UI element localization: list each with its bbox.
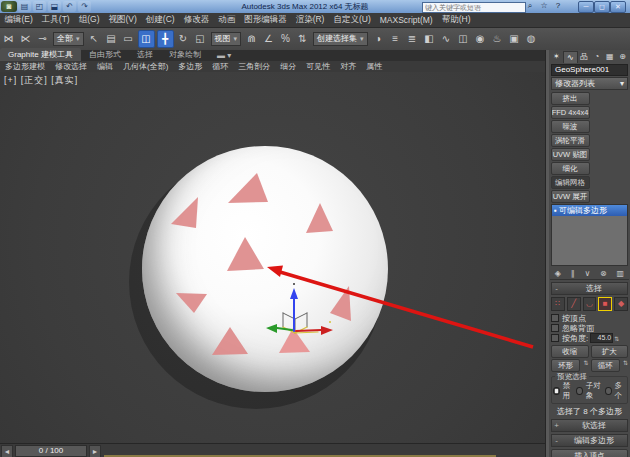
- stack-item-editable-poly[interactable]: ▪ 可编辑多边形: [552, 205, 627, 216]
- angle-value-field[interactable]: 45.0: [590, 333, 613, 343]
- loop-button[interactable]: 循环: [591, 359, 620, 372]
- selection-filter-dropdown[interactable]: 全部▾: [53, 32, 84, 46]
- move-gizmo[interactable]: [266, 283, 333, 335]
- communication-center-icon[interactable]: ☆: [538, 1, 550, 11]
- help-icon[interactable]: ?: [552, 1, 564, 11]
- menu-edit[interactable]: 编辑(E): [0, 14, 37, 26]
- border-icon[interactable]: ◡: [583, 297, 597, 311]
- graphite-toggle-icon[interactable]: ◧: [422, 31, 437, 47]
- angle-snap-icon[interactable]: ∠: [261, 31, 276, 47]
- modifier-ffd-button[interactable]: FFD 4x4x4: [551, 106, 590, 119]
- modifier-turbosmooth-button[interactable]: 涡轮平滑: [551, 134, 590, 147]
- unlink-selection-icon[interactable]: ⋉: [18, 31, 33, 47]
- track-bar[interactable]: [104, 446, 496, 457]
- redo-icon[interactable]: ↷: [78, 1, 91, 12]
- modifier-edit-mesh-button[interactable]: 编辑网格: [551, 176, 590, 189]
- bind-to-space-warp-icon[interactable]: ⊸: [35, 31, 50, 47]
- named-selection-set-dropdown[interactable]: 创建选择集▾: [313, 32, 368, 46]
- selected-polygon-7[interactable]: [212, 327, 248, 355]
- by-vertex-checkbox[interactable]: [551, 314, 559, 322]
- panel-polygon-modeling[interactable]: 多边形建模: [0, 61, 50, 72]
- menu-maxscript[interactable]: MAXScript(M): [375, 15, 437, 25]
- menu-modifiers[interactable]: 修改器: [179, 14, 214, 26]
- tab-graphite-modeling[interactable]: Graphite 建模工具: [0, 48, 81, 61]
- menu-rendering[interactable]: 渲染(R): [291, 14, 329, 26]
- ring-spinner[interactable]: ⇅: [583, 359, 588, 372]
- menu-customize[interactable]: 自定义(U): [329, 14, 375, 26]
- previous-frame-button[interactable]: ◄: [1, 445, 13, 457]
- modify-tab-icon[interactable]: ∿: [563, 51, 578, 63]
- modifier-noise-button[interactable]: 噪波: [551, 120, 590, 133]
- element-icon[interactable]: ◆: [614, 297, 628, 311]
- panel-triangulation[interactable]: 三角剖分: [233, 61, 275, 72]
- panel-subdivision[interactable]: 细分: [275, 61, 301, 72]
- modifier-unwrap-uvw-button[interactable]: UVW 展开: [551, 190, 590, 203]
- menu-animation[interactable]: 动画: [214, 14, 240, 26]
- selected-polygon-2[interactable]: [228, 173, 268, 203]
- make-unique-icon[interactable]: ∨: [584, 269, 590, 278]
- curve-editor-icon[interactable]: ∿: [439, 31, 454, 47]
- search-icon[interactable]: ⌕: [524, 1, 536, 11]
- select-and-link-icon[interactable]: ⋈: [1, 31, 16, 47]
- edge-icon[interactable]: ╱: [567, 297, 581, 311]
- menu-tools[interactable]: 工具(T): [37, 14, 74, 26]
- panel-polygons[interactable]: 多边形: [173, 61, 207, 72]
- undo-icon[interactable]: ↶: [63, 1, 76, 12]
- selection-rollout-header[interactable]: - 选择: [551, 282, 628, 295]
- show-end-result-icon[interactable]: ∥: [571, 269, 575, 278]
- menu-views[interactable]: 视图(V): [104, 14, 141, 26]
- menu-group[interactable]: 组(G): [74, 14, 104, 26]
- save-icon[interactable]: ⬓: [48, 1, 61, 12]
- render-setup-icon[interactable]: ♨: [490, 31, 505, 47]
- soft-selection-rollout-header[interactable]: + 软选择: [551, 419, 628, 432]
- tab-selection[interactable]: 选择: [129, 48, 161, 61]
- polygon-icon[interactable]: ■: [598, 297, 612, 311]
- create-tab-icon[interactable]: ✶: [550, 51, 563, 62]
- ring-button[interactable]: 环形: [551, 359, 580, 372]
- display-tab-icon[interactable]: ▦: [603, 51, 616, 62]
- menu-help[interactable]: 帮助(H): [437, 14, 475, 26]
- command-panel-scrollbar[interactable]: [546, 50, 549, 457]
- hierarchy-tab-icon[interactable]: 品: [578, 51, 591, 62]
- panel-visibility[interactable]: 可见性: [301, 61, 335, 72]
- modifier-tessellate-button[interactable]: 细化: [551, 162, 590, 175]
- material-editor-icon[interactable]: ◉: [473, 31, 488, 47]
- edit-polygons-rollout-header[interactable]: - 编辑多边形: [551, 434, 628, 447]
- minimize-button[interactable]: ─: [578, 1, 594, 13]
- select-and-scale-icon[interactable]: ◱: [193, 31, 208, 47]
- selected-polygon-3[interactable]: [306, 203, 333, 233]
- schematic-view-icon[interactable]: ◫: [456, 31, 471, 47]
- search-input[interactable]: [422, 2, 526, 13]
- panel-align[interactable]: 对齐: [335, 61, 361, 72]
- open-icon[interactable]: ◰: [33, 1, 46, 12]
- select-and-move-icon[interactable]: ╋: [157, 30, 174, 48]
- remove-modifier-icon[interactable]: ⊗: [600, 269, 607, 278]
- preview-multi-radio[interactable]: [605, 387, 612, 395]
- menu-create[interactable]: 创建(C): [141, 14, 179, 26]
- grow-button[interactable]: 扩大: [591, 345, 629, 358]
- select-by-name-icon[interactable]: ▤: [104, 31, 119, 47]
- maximize-button[interactable]: ◻: [594, 1, 610, 13]
- vertex-icon[interactable]: ∷: [551, 297, 565, 311]
- application-menu-button[interactable]: ◙: [1, 1, 17, 12]
- loop-spinner[interactable]: ⇅: [623, 359, 628, 372]
- layer-manager-icon[interactable]: ≣: [405, 31, 420, 47]
- select-and-rotate-icon[interactable]: ↻: [176, 31, 191, 47]
- new-icon[interactable]: ▤: [18, 1, 31, 12]
- modifier-list-dropdown[interactable]: 修改器列表▾: [551, 77, 628, 90]
- gizmo-y-axis[interactable]: [277, 328, 292, 330]
- tab-object-paint[interactable]: 对象绘制: [161, 48, 209, 61]
- ignore-backfacing-checkbox[interactable]: [551, 324, 559, 332]
- panel-loops[interactable]: 循环: [207, 61, 233, 72]
- panel-edit[interactable]: 编辑: [92, 61, 118, 72]
- by-angle-checkbox[interactable]: [551, 334, 559, 342]
- time-slider[interactable]: 0 / 100: [15, 445, 87, 457]
- motion-tab-icon[interactable]: ◔: [590, 51, 603, 62]
- pin-stack-icon[interactable]: ◈: [555, 269, 561, 278]
- select-object-icon[interactable]: ↖: [87, 31, 102, 47]
- configure-modifier-sets-icon[interactable]: ▥: [617, 269, 625, 278]
- align-icon[interactable]: ≡: [388, 31, 403, 47]
- snaps-toggle-icon[interactable]: ⋒: [244, 31, 259, 47]
- selected-polygon-5[interactable]: [176, 293, 207, 313]
- viewport[interactable]: [+] [正交] [真实]: [0, 72, 545, 443]
